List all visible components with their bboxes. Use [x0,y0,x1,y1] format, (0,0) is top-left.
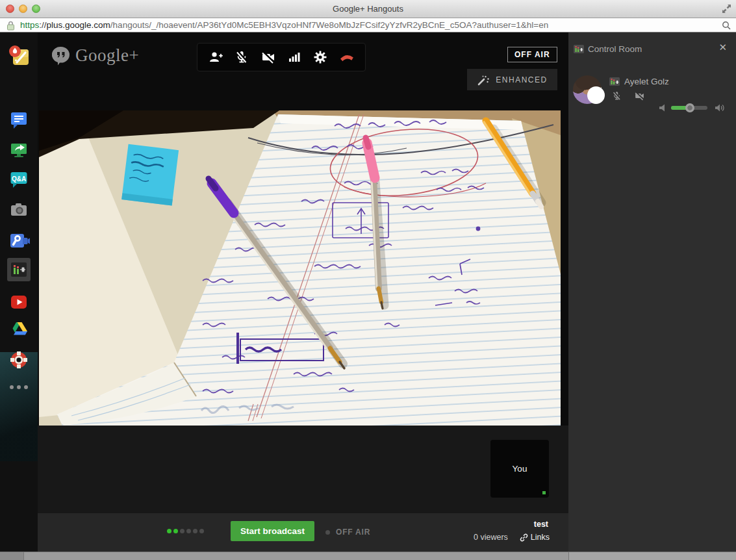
pager-dot[interactable] [173,529,178,533]
pager-dot[interactable] [167,529,171,533]
googleplus-wordmark: Google+ [75,45,139,66]
filmstrip: You [38,426,568,513]
control-room-header: Control Room ✕ [568,32,736,61]
address-bar[interactable]: https://plus.google.com/hangouts/_/hoaev… [0,18,736,32]
volume-control [658,101,731,114]
pager-dot[interactable] [186,529,191,533]
pager-dot[interactable] [199,529,204,533]
main-video-feed [39,110,561,426]
links-label: Links [531,533,550,542]
start-broadcast-button[interactable]: Start broadcast [231,521,314,541]
participant-row: Ayelet Golz [568,73,736,151]
self-video-tile[interactable]: You [490,440,549,498]
url-domain: plus.google.com [47,20,110,30]
window-titlebar: Google+ Hangouts [0,0,736,18]
more-apps-dots[interactable] [9,385,29,389]
app-window: Google+ Hangouts https://plus.google.com… [0,0,736,560]
scrollbar-left-segment [0,552,24,560]
horizontal-scrollbar[interactable] [0,552,736,560]
participant-name: Ayelet Golz [624,77,669,86]
enhanced-label: ENHANCED [496,75,547,84]
participant-camera-muted-icon[interactable] [634,90,645,104]
status-dot [325,530,330,535]
cameraman-icon[interactable] [9,231,29,251]
call-controls [197,43,366,71]
broadcast-name: test [474,520,548,529]
bandwidth-icon[interactable] [285,47,304,67]
mic-muted-icon[interactable] [232,47,251,67]
resize-icon[interactable] [722,4,731,14]
magic-wand-icon [477,73,490,86]
camera-muted-icon[interactable] [259,47,278,67]
volume-min-icon[interactable] [659,103,667,112]
volume-max-icon[interactable] [715,103,726,112]
url-text[interactable]: https://plus.google.com/hangouts/_/hoaev… [20,20,548,30]
volume-slider-track[interactable] [671,106,707,110]
links-button[interactable]: Links [520,533,550,542]
control-room-mixer-icon [574,45,584,53]
settings-gear-icon[interactable] [311,47,330,67]
panel-title: Control Room [588,44,642,54]
hang-up-icon[interactable] [337,47,357,67]
link-icon [520,533,528,542]
capture-icon[interactable] [9,200,29,220]
url-separator: :// [39,20,46,30]
screenshare-icon[interactable] [9,140,29,160]
pager-dot[interactable] [193,529,197,533]
add-person-icon[interactable] [206,47,225,67]
url-scheme: https [20,20,39,30]
hangout-topbar: Google+ [38,32,568,110]
chat-icon[interactable] [9,110,29,130]
search-icon[interactable] [722,21,731,30]
broadcast-bar: Start broadcast OFF AIR test 0 viewers L… [38,513,568,552]
youtube-icon[interactable] [9,292,29,312]
app-sidebar: Q&A [0,32,38,552]
participant-mic-muted-icon[interactable] [611,90,622,104]
pager-dots[interactable] [167,529,204,533]
effects-app-icon[interactable] [9,45,29,65]
participant-mixer-icon [609,77,620,86]
participant-status-badge [587,86,605,104]
camera-active-dot [542,491,546,494]
pager-dot[interactable] [180,529,184,533]
qa-icon[interactable]: Q&A [9,170,29,189]
status-label: OFF AIR [336,528,370,537]
url-path: /hangouts/_/hoaevent/AP36tYd0Mc5EBH3Vqzo… [110,20,548,30]
enhanced-button[interactable]: ENHANCED [467,69,557,90]
off-air-badge: OFF AIR [507,47,557,62]
ssl-lock-icon[interactable] [6,21,15,31]
hangouts-bubble-icon [52,46,70,66]
drive-icon[interactable] [9,321,29,340]
googleplus-logo[interactable]: Google+ [52,45,139,66]
broadcast-status: OFF AIR [325,528,370,537]
control-room-icon[interactable] [7,258,31,281]
lifesaver-icon[interactable] [9,350,29,370]
volume-slider-handle[interactable] [685,103,694,112]
viewer-count: 0 viewers [474,533,508,542]
control-room-panel: Control Room ✕ Ayelet Golz [568,32,736,552]
close-panel-icon[interactable]: ✕ [718,43,727,52]
qa-icon-label: Q&A [12,175,26,183]
self-video-label: You [513,464,527,474]
scrollbar-right-segment [568,552,736,560]
window-title: Google+ Hangouts [0,4,736,14]
